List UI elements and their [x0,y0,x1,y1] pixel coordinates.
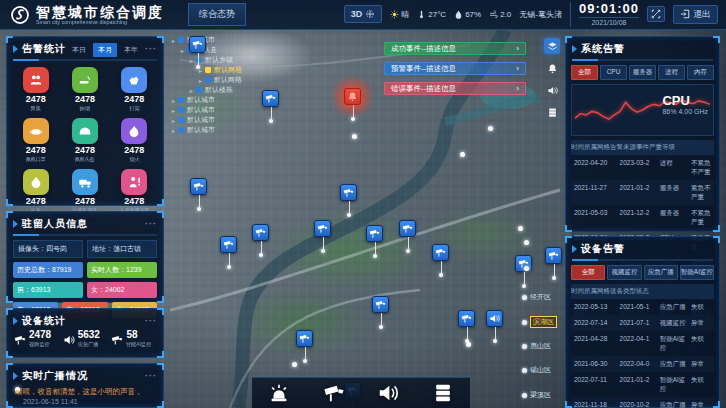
map-marker[interactable] [296,330,314,363]
alarm-stat-tile[interactable]: 2478 打架 [110,67,159,113]
event-notification[interactable]: 预警事件--描述信息 › [384,62,526,75]
table-row[interactable]: 2021-06-30 2022-04-0 应急广播 异常 [571,356,714,372]
marker-stem [441,261,442,273]
table-row[interactable]: 2021-11-27 2021-01-2 服务器 紧急不严重 [571,180,714,205]
filter-tab[interactable]: 智能AI监控 [680,265,714,280]
wind-icon [489,10,498,19]
table-row[interactable]: 2022-05-13 2021-05-1 应急广播 失联 [571,299,714,315]
filter-tab[interactable]: 内存 [687,65,714,80]
alarm-stat-tile[interactable]: 2478 佩戴头盔 [60,118,109,164]
layer-tree-item[interactable]: ▸ 默认城市 [170,115,242,125]
layer-tree-item[interactable]: ▸ 默认城市 [170,95,242,105]
clock: 09:01:00 2021/10/08 [570,2,639,27]
filter-tab[interactable]: 全部 [571,65,598,80]
map-marker[interactable] [486,310,504,343]
device-stat-item[interactable]: 58 智能AI监控 [111,330,156,349]
layer-tree-item[interactable]: ▸ 默认城市 [170,125,242,135]
table-row[interactable]: 2022-04-20 2023-03-2 进程 不紧急不严重 [571,155,714,180]
filter-tab[interactable]: 应急广播 [644,265,678,280]
map-marker[interactable] [458,310,476,343]
alarm-stat-tile[interactable]: 2478 土渣车顶盖 [60,169,109,215]
rail-icon-button[interactable] [544,38,560,54]
camera-tool-button[interactable] [319,380,349,406]
district-label[interactable]: 梁溪区 [522,390,551,400]
rail-icon-button[interactable] [544,82,560,98]
alarm-stat-tile[interactable]: 2478 聚集 [11,67,60,113]
map-marker[interactable] [189,36,207,69]
mode-3d-toggle[interactable]: 3D [344,5,383,23]
alarm-stat-tile[interactable]: 2478 佩戴口罩 [11,118,60,164]
table-row[interactable]: 2022-07-14 2021-07-1 视频监控 异常 [571,315,714,331]
district-label[interactable]: 滨湖区 [522,316,557,328]
droplet-icon [454,10,463,19]
filter-tab[interactable]: 视频监控 [607,265,641,280]
map-marker[interactable] [366,225,384,258]
filter-tab[interactable]: CPU [600,65,627,80]
filter-tab[interactable]: 服务器 [629,65,656,80]
caret-icon: ▸ [199,77,202,84]
broadcast-time: 2021-06-15 11:41 [15,397,163,406]
personnel-bars-1: 历史总数：87919实时人数：1239 [7,262,163,278]
fullscreen-button[interactable] [647,6,665,22]
mode-3d-label: 3D [351,9,363,19]
marker-base-dot [379,325,383,329]
alarm-stat-icon [72,67,98,93]
more-button[interactable]: ··· [145,219,157,229]
map-marker[interactable] [262,90,280,123]
filter-tab[interactable]: 进程 [658,65,685,80]
map-marker[interactable] [372,296,390,329]
device-stat-item[interactable]: 2478 视频监控 [14,330,53,349]
map-marker[interactable] [190,178,208,211]
layer-icon [178,127,184,133]
layer-tree-item[interactable]: ▸ 默认城市 [170,105,242,115]
map-marker[interactable] [515,255,533,288]
layer-tree-item[interactable]: ▸ 默认楼栋 [170,85,242,95]
alarm-period-tab[interactable]: 本月 [93,43,117,57]
alarm-stat-tile[interactable]: 2478 人员越界告警 [110,169,159,215]
marker-base-dot [522,284,526,288]
event-notification-label: 错误事件--描述信息 [391,84,456,94]
map-marker[interactable] [344,88,362,121]
alarm-stat-tile[interactable]: 2478 火灾 [11,169,60,215]
marker-stem [408,237,409,249]
table-row[interactable]: 2021-05-03 2021-12-2 服务器 不紧急严重 [571,205,714,230]
map-marker[interactable] [220,236,238,269]
district-label[interactable]: 经开区 [522,292,551,302]
alarm-period-tab[interactable]: 本日 [67,43,91,57]
broadcast-tool-button[interactable] [373,380,403,406]
more-button[interactable]: ··· [145,44,157,54]
event-notification[interactable]: 错误事件--描述信息 › [384,82,526,95]
device-stat-item[interactable]: 5632 应急广播 [63,330,102,349]
event-notification[interactable]: 成功事件--描述信息 › [384,42,526,55]
more-button[interactable]: ··· [145,316,157,326]
alarm-stat-tile[interactable]: 2478 烟火 [110,118,159,164]
map-marker[interactable] [314,220,332,253]
layer-tree-item[interactable]: ▸ 默认网格 [170,75,242,85]
layer-icon [205,77,211,83]
map-marker[interactable] [340,184,358,217]
tab-overall-situation[interactable]: 综合态势 [188,3,246,26]
personnel-info-row: 摄像头：四号岗地址：荡口古镇 [7,240,163,258]
map-marker[interactable] [545,247,563,280]
map-marker[interactable] [432,244,450,277]
alarm-stat-tile[interactable]: 2478 抽烟 [60,67,109,113]
device-tool-button[interactable] [428,380,458,406]
table-row[interactable]: 2022-07-11 2021-01-2 智能AI监控 失联 [571,372,714,397]
alarm-period-tab[interactable]: 本年 [119,43,143,57]
filter-tab[interactable]: 全部 [571,265,605,280]
rail-icon-button[interactable] [544,60,560,76]
alarm-tool-button[interactable] [264,380,294,406]
district-label[interactable]: 锡山区 [522,365,551,375]
marker-base-dot [439,273,443,277]
rail-icon-button[interactable] [544,104,560,120]
map-marker[interactable] [399,220,417,253]
layer-tree-label: 默认城市 [187,115,215,125]
logout-button[interactable]: 退出 [673,5,718,24]
more-button[interactable]: ··· [145,371,157,381]
device-stat-value: 58 [126,330,156,340]
table-row[interactable]: 2021-04-28 2022-04-1 智能AI监控 失联 [571,331,714,356]
district-label[interactable]: 惠山区 [522,341,551,351]
map-marker[interactable] [252,224,270,257]
table-row[interactable]: 2021-11-18 2020-10-2 应急广播 异常 [571,397,714,408]
system-alarm-title: 系统告警 [581,42,625,56]
